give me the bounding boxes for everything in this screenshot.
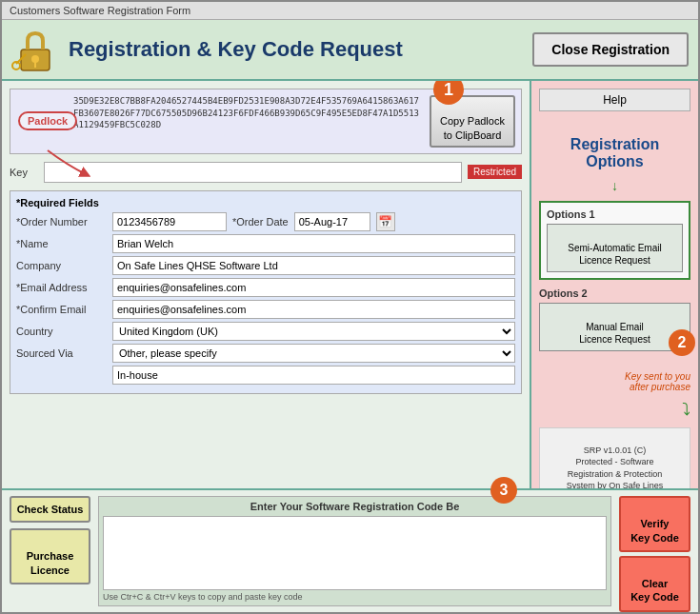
logo-icon xyxy=(11,26,59,73)
email-label: *Email Address xyxy=(16,282,107,293)
order-row: *Order Number 0123456789 *Order Date 📅 xyxy=(16,212,515,231)
inhouse-input[interactable] xyxy=(112,366,515,385)
bottom-right-buttons: Verify Key Code Clear Key Code xyxy=(619,496,690,606)
close-registration-button[interactable]: Close Registration xyxy=(532,32,689,67)
code-hint: Use Ctr+C & Ctr+V keys to copy and paste… xyxy=(103,592,607,602)
help-button[interactable]: Help xyxy=(539,89,690,111)
required-title: *Required Fields xyxy=(16,197,515,208)
main-window: Customers Software Registration Form xyxy=(0,0,700,614)
name-label: *Name xyxy=(16,238,107,249)
confirm-email-input[interactable] xyxy=(112,300,515,319)
svg-rect-2 xyxy=(34,62,36,68)
clear-key-code-button[interactable]: Clear Key Code xyxy=(619,556,690,612)
verify-key-code-button[interactable]: Verify Key Code xyxy=(619,496,690,552)
restricted-badge: Restricted xyxy=(468,165,522,179)
key-field-label: Key xyxy=(10,167,38,178)
options1-box: Options 1 Semi-Automatic Email Licence R… xyxy=(539,201,690,280)
email-input[interactable] xyxy=(112,278,515,297)
registration-code-title: Enter Your Software Registration Code Be xyxy=(103,501,607,512)
company-row: Company xyxy=(16,256,515,275)
header-left: Registration & Key Code Request xyxy=(11,26,403,73)
order-date-label: *Order Date xyxy=(232,216,289,228)
bottom-left: Check Status Purchase Licence xyxy=(10,496,90,606)
sourced-label: Sourced Via xyxy=(16,347,107,359)
name-row: *Name xyxy=(16,234,515,253)
country-row: Country United Kingdom (UK) xyxy=(16,322,515,341)
padlock-text: 35D9E32E8C7BB8FA2046527445B4EB9FD2531E90… xyxy=(73,95,422,131)
reg-options-title: Registration Options xyxy=(539,119,690,170)
confirm-email-label: *Confirm Email xyxy=(16,304,107,315)
order-number-label: *Order Number xyxy=(16,216,107,228)
window-title: Customers Software Registration Form xyxy=(10,5,190,16)
required-section: *Required Fields *Order Number 012345678… xyxy=(10,190,522,394)
header-title: Registration & Key Code Request xyxy=(69,37,403,62)
padlock-section: Padlock 35D9E32E8C7BB8FA2046527445B4EB9F… xyxy=(10,89,522,154)
inhouse-row xyxy=(16,366,515,385)
dashed-arrow: ⤵ xyxy=(539,400,690,420)
check-status-button[interactable]: Check Status xyxy=(10,496,90,523)
options2-label: Options 2 xyxy=(539,287,690,299)
svg-point-1 xyxy=(31,55,39,63)
padlock-label: Padlock xyxy=(18,111,77,130)
bottom-section: 3 Check Status Purchase Licence Enter Yo… xyxy=(2,488,698,612)
order-number-input[interactable] xyxy=(112,212,227,231)
options2-section: Options 2 Manual Email Licence Request 2 xyxy=(539,287,690,351)
company-input[interactable] xyxy=(112,256,515,275)
purchase-licence-button[interactable]: Purchase Licence xyxy=(10,528,90,584)
name-input[interactable] xyxy=(112,234,515,253)
email-row: *Email Address xyxy=(16,278,515,297)
country-select[interactable]: United Kingdom (UK) xyxy=(112,322,515,341)
left-panel: Padlock 35D9E32E8C7BB8FA2046527445B4EB9F… xyxy=(2,81,531,488)
company-label: Company xyxy=(16,260,107,271)
padlock-wrapper: Padlock 35D9E32E8C7BB8FA2046527445B4EB9F… xyxy=(10,89,522,154)
padlock-arrow xyxy=(38,146,114,179)
main-content: Padlock 35D9E32E8C7BB8FA2046527445B4EB9F… xyxy=(2,81,698,488)
sourced-row: Sourced Via Other, please specify xyxy=(16,344,515,363)
reg-options-arrow: ↓ xyxy=(539,178,690,193)
country-label: Country xyxy=(16,326,107,337)
bottom-center: Enter Your Software Registration Code Be… xyxy=(98,496,611,606)
calendar-icon[interactable]: 📅 xyxy=(376,212,395,231)
key-sent-text: Key sent to you after purchase xyxy=(539,361,690,392)
confirm-email-row: *Confirm Email xyxy=(16,300,515,319)
options1-button[interactable]: Semi-Automatic Email Licence Request xyxy=(547,224,683,272)
registration-code-input[interactable] xyxy=(103,516,607,590)
header: Registration & Key Code Request Close Re… xyxy=(2,20,698,81)
title-bar: Customers Software Registration Form xyxy=(2,2,698,20)
order-date-input[interactable] xyxy=(294,212,370,231)
srp-text: SRP v1.0.01 (C) Protected - Software Reg… xyxy=(539,427,690,488)
badge-3: 3 xyxy=(490,477,517,504)
sourced-select[interactable]: Other, please specify xyxy=(112,344,515,363)
options1-label: Options 1 xyxy=(547,208,683,220)
badge-2: 2 xyxy=(669,329,695,356)
right-panel: Help Registration Options ↓ Options 1 Se… xyxy=(531,81,698,488)
